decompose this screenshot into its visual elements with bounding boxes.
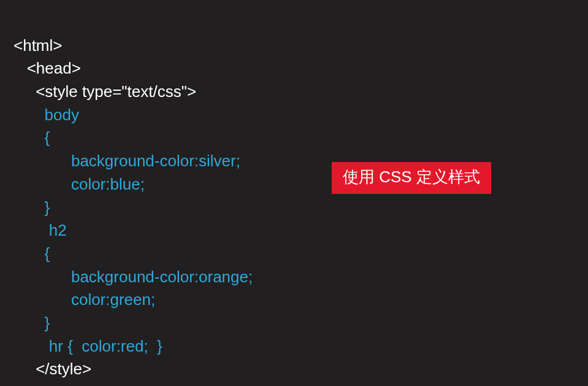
code-attr-value: "text/css"	[121, 82, 187, 101]
code-tag: </style>	[36, 360, 91, 378]
code-rule: background-color:orange;	[71, 268, 253, 286]
annotation-label: 使用 CSS 定义样式	[343, 168, 480, 186]
code-brace: {	[45, 244, 50, 263]
code-tag: <html>	[13, 36, 63, 55]
code-brace: }	[148, 337, 162, 355]
code-selector: body	[45, 106, 79, 124]
code-rule: color:green;	[71, 290, 155, 309]
code-tag: </head>	[27, 383, 85, 386]
code-attr-name: type	[82, 82, 112, 101]
code-brace: {	[63, 337, 82, 355]
code-selector: hr	[49, 337, 63, 355]
code-tag: <head>	[27, 59, 81, 77]
code-brace: }	[45, 198, 50, 217]
code-brace: }	[45, 314, 50, 332]
code-tag-open: <style	[36, 82, 82, 101]
code-brace: {	[45, 128, 50, 147]
code-eq: =	[112, 82, 121, 101]
code-rule: color:blue;	[71, 175, 145, 193]
code-rule: color:red;	[82, 337, 148, 355]
code-block: <html> <head> <style type="text/css"> bo…	[0, 0, 588, 386]
code-selector: h2	[49, 221, 67, 239]
code-rule: background-color:silver;	[71, 152, 240, 170]
code-tag-close: >	[187, 82, 196, 101]
annotation-callout: 使用 CSS 定义样式	[332, 162, 491, 194]
